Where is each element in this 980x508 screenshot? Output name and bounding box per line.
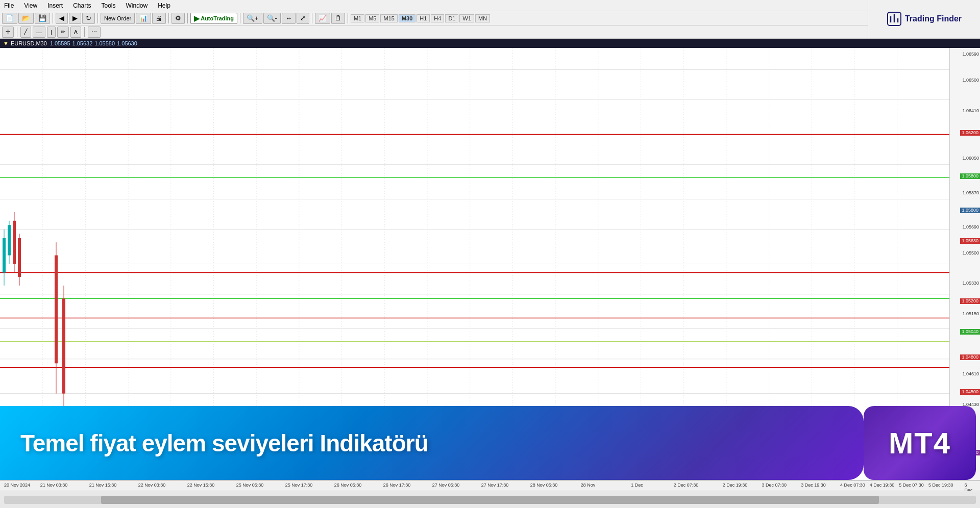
auto-trading-button[interactable]: ▶ AutoTrading bbox=[190, 13, 237, 24]
price-5150: 1.05150 bbox=[962, 312, 979, 316]
menu-tools[interactable]: Tools bbox=[100, 1, 118, 10]
line-btn[interactable]: ╱ bbox=[20, 27, 31, 38]
price-5690: 1.05690 bbox=[962, 225, 979, 230]
price-4610: 1.04610 bbox=[962, 372, 979, 376]
price-5330: 1.05330 bbox=[962, 281, 979, 286]
tf-m1[interactable]: M1 bbox=[351, 14, 364, 22]
vline-btn[interactable]: | bbox=[47, 27, 56, 38]
price-5630-current: 1.05630 bbox=[960, 238, 980, 244]
symbol-bar: ▼ EURUSD,M30 1.05595 1.05632 1.05580 1.0… bbox=[0, 39, 980, 48]
tf-m30[interactable]: M30 bbox=[399, 14, 415, 22]
time-5dec-0730: 5 Dec 07:30 bbox=[899, 482, 924, 488]
bottom-area: 20 Nov 2024 21 Nov 03:30 21 Nov 15:30 22… bbox=[0, 480, 980, 508]
time-27nov-1730: 27 Nov 17:30 bbox=[481, 482, 509, 488]
time-28nov-0530: 28 Nov 05:30 bbox=[530, 482, 558, 488]
tf-h4[interactable]: H4 bbox=[431, 14, 444, 22]
price4: 1.05630 bbox=[117, 40, 137, 46]
price-6200-red: 1.06200 bbox=[960, 130, 980, 136]
time-27nov-0530: 27 Nov 05:30 bbox=[432, 482, 460, 488]
tf-d1[interactable]: D1 bbox=[445, 14, 458, 22]
print-button[interactable]: 🖨 bbox=[152, 13, 166, 24]
price-5800-green: 1.05800 bbox=[960, 173, 980, 179]
price-4500-red: 1.04500 bbox=[960, 389, 980, 395]
price-4800-red: 1.04800 bbox=[960, 354, 980, 360]
price1: 1.05595 bbox=[50, 40, 70, 46]
period-sep-btn[interactable]: 🗒 bbox=[331, 13, 345, 24]
menu-help[interactable]: Help bbox=[156, 1, 173, 10]
toolbar-main: 📄 📂 💾 ◀ ▶ ↻ New Order 📊 🖨 ⚙ ▶ AutoTradin… bbox=[0, 11, 980, 26]
new-order-button[interactable]: New Order bbox=[101, 13, 135, 24]
time-26nov-0530: 26 Nov 05:30 bbox=[334, 482, 362, 488]
price-6590: 1.06590 bbox=[962, 52, 979, 57]
chart-scroll-btn[interactable]: ⤢ bbox=[297, 13, 309, 24]
forward-button[interactable]: ▶ bbox=[69, 13, 81, 24]
menu-insert[interactable]: Insert bbox=[45, 1, 65, 10]
new-button[interactable]: 📄 bbox=[2, 13, 17, 24]
tf-h1[interactable]: H1 bbox=[416, 14, 430, 22]
time-2dec-1930: 2 Dec 19:30 bbox=[723, 482, 748, 488]
tf-m15[interactable]: M15 bbox=[380, 14, 397, 22]
time-2dec-0730: 2 Dec 07:30 bbox=[674, 482, 699, 488]
hline-btn[interactable]: — bbox=[33, 27, 45, 38]
time-26nov-1730: 26 Nov 17:30 bbox=[383, 482, 411, 488]
time-3dec-0730: 3 Dec 07:30 bbox=[762, 482, 787, 488]
indicators-btn[interactable]: 📈 bbox=[315, 13, 330, 24]
banner-left: Temel fiyat eylem seviyeleri Indikatörü bbox=[0, 406, 864, 480]
time-21nov-1530: 21 Nov 15:30 bbox=[89, 482, 117, 488]
zoom-out-btn[interactable]: 🔍- bbox=[263, 13, 281, 24]
time-25nov-0530: 25 Nov 05:30 bbox=[236, 482, 264, 488]
price2: 1.05632 bbox=[72, 40, 93, 46]
price-6500: 1.06500 bbox=[962, 78, 979, 83]
time-4dec-1930: 4 Dec 19:30 bbox=[870, 482, 895, 488]
properties-button[interactable]: ⚙ bbox=[172, 13, 185, 24]
time-1dec: 1 Dec bbox=[631, 482, 643, 488]
menu-bar: File View Insert Charts Tools Window Hel… bbox=[0, 0, 980, 11]
time-22nov-0330: 22 Nov 03:30 bbox=[138, 482, 166, 488]
price-5870: 1.05870 bbox=[962, 191, 979, 195]
menu-view[interactable]: View bbox=[22, 1, 39, 10]
price-5200-red: 1.05200 bbox=[960, 298, 980, 304]
text-btn[interactable]: A bbox=[70, 27, 81, 38]
symbol-name: EURUSD,M30 bbox=[11, 40, 47, 46]
tf-mn[interactable]: MN bbox=[475, 14, 490, 22]
menu-charts[interactable]: Charts bbox=[71, 1, 93, 10]
menu-file[interactable]: File bbox=[2, 1, 16, 10]
toolbar-drawing: ✛ ╱ — | ✏ A ⋯ bbox=[0, 26, 980, 39]
time-28nov: 28 Nov bbox=[581, 482, 596, 488]
time-20nov: 20 Nov 2024 bbox=[4, 482, 30, 488]
time-6dec-0730: 6 Dec 07:30 bbox=[965, 482, 976, 491]
scrollbar-area[interactable] bbox=[0, 491, 980, 508]
refresh-button[interactable]: ↻ bbox=[82, 13, 95, 24]
logo-text: Trading Finder bbox=[905, 14, 962, 23]
price-5500: 1.05500 bbox=[962, 251, 979, 256]
open-button[interactable]: 📂 bbox=[18, 13, 34, 24]
time-3dec-1930: 3 Dec 19:30 bbox=[801, 482, 826, 488]
price-5800-blue: 1.05800 bbox=[960, 208, 980, 213]
price-6410: 1.06410 bbox=[962, 109, 979, 113]
bottom-banner: Temel fiyat eylem seviyeleri Indikatörü … bbox=[0, 406, 980, 480]
trading-finder-logo: Trading Finder bbox=[868, 0, 980, 38]
time-4dec-0730: 4 Dec 07:30 bbox=[840, 482, 865, 488]
fib-btn[interactable]: ⋯ bbox=[88, 27, 101, 38]
price3: 1.05580 bbox=[94, 40, 115, 46]
crosshair-btn[interactable]: ✛ bbox=[2, 27, 14, 38]
price-6050: 1.06050 bbox=[962, 156, 979, 161]
tf-w1[interactable]: W1 bbox=[459, 14, 474, 22]
tf-m5[interactable]: M5 bbox=[365, 14, 379, 22]
time-5dec-1930: 5 Dec 19:30 bbox=[928, 482, 953, 488]
back-button[interactable]: ◀ bbox=[56, 13, 68, 24]
auto-trading-label: AutoTrading bbox=[201, 15, 234, 21]
time-25nov-1730: 25 Nov 17:30 bbox=[285, 482, 313, 488]
banner-main-text: Temel fiyat eylem seviyeleri Indikatörü bbox=[20, 429, 428, 457]
time-21nov-0330: 21 Nov 03:30 bbox=[40, 482, 68, 488]
scroll-btn[interactable]: ↔ bbox=[282, 13, 296, 24]
chart-type-button[interactable]: 📊 bbox=[136, 13, 151, 24]
scroll-thumb[interactable] bbox=[101, 496, 878, 504]
save-button[interactable]: 💾 bbox=[35, 13, 50, 24]
zoom-in-btn[interactable]: 🔍+ bbox=[243, 13, 262, 24]
banner-badge-text: MT4 bbox=[889, 426, 951, 460]
time-22nov-1530: 22 Nov 15:30 bbox=[187, 482, 215, 488]
pencil-btn[interactable]: ✏ bbox=[57, 27, 69, 38]
menu-window[interactable]: Window bbox=[124, 1, 150, 10]
banner-right: MT4 bbox=[864, 406, 976, 480]
